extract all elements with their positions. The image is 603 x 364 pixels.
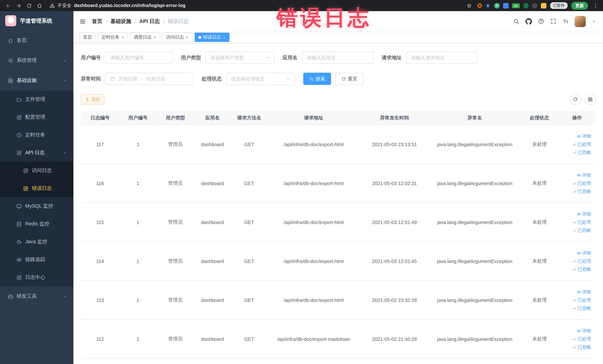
ignored-link[interactable]: 已忽略 — [572, 227, 591, 234]
detail-link[interactable]: 详细 — [577, 133, 591, 139]
table-row: 1121管理员dashboardGET/api/infra/db-doc/exp… — [81, 320, 595, 359]
processed-link[interactable]: 已处理 — [572, 258, 591, 264]
ignored-link[interactable]: 已忽略 — [572, 305, 591, 311]
forward-icon[interactable] — [14, 1, 23, 10]
cell-user_type: 管理员 — [156, 258, 194, 264]
sidebar-item-config[interactable]: 配置管理 — [0, 108, 73, 126]
cell-user_id: 1 — [119, 258, 156, 264]
tab-home[interactable]: 首页 — [79, 33, 96, 42]
ignored-link[interactable]: 已忽略 — [572, 344, 591, 350]
export-button[interactable]: 导出 — [81, 94, 104, 105]
user-avatar[interactable] — [575, 16, 586, 27]
on-switch-extension-icon[interactable]: on — [512, 3, 520, 8]
cell-method: GET — [231, 219, 268, 225]
detail-link[interactable]: 详细 — [577, 250, 591, 256]
processed-link[interactable]: 已处理 — [572, 336, 591, 342]
tab-error-log[interactable]: 错误日志 — [195, 33, 230, 42]
cell-actions: 详细已处理已忽略 — [559, 242, 595, 280]
breadcrumb-item[interactable]: 基础设施 — [110, 18, 131, 25]
user-id-input[interactable] — [105, 52, 173, 64]
request-url-input[interactable] — [406, 52, 477, 64]
sidebar-item-system[interactable]: 系统管理 — [0, 50, 73, 70]
tab-job-log[interactable]: 调度日志 — [130, 33, 160, 42]
column-settings-icon[interactable] — [585, 94, 596, 105]
process-status-select[interactable]: 请选择处理状态 — [226, 73, 295, 85]
help-icon[interactable] — [538, 18, 544, 24]
table-row: 1151管理员dashboardGET/api/infra/db-doc/exp… — [81, 203, 595, 242]
ignored-link[interactable]: 已忽略 — [572, 149, 591, 156]
action-label: 详细 — [582, 133, 591, 139]
close-icon[interactable] — [186, 36, 189, 39]
date-range-picker[interactable]: 开始日期 - 结束日期 — [105, 73, 194, 85]
detail-link[interactable]: 详细 — [577, 172, 591, 178]
breadcrumb-item[interactable]: API 日志 — [139, 18, 160, 25]
processed-link[interactable]: 已处理 — [572, 180, 591, 186]
cell-url: /api/infra/db-doc/export-html — [268, 297, 359, 303]
back-icon[interactable] — [4, 1, 13, 10]
vue-devtools-extension-icon[interactable]: V — [494, 3, 499, 8]
close-icon[interactable] — [223, 36, 226, 39]
processed-link[interactable]: 已处理 — [572, 141, 591, 147]
sidebar-item-log-center[interactable]: 日志中心 — [0, 269, 73, 286]
sidebar-item-label: 链路追踪 — [25, 256, 67, 263]
blue-grid-extension-icon[interactable] — [503, 3, 509, 8]
sidebar-menu: 首页系统管理基础设施文件管理配置管理定时任务API 日志访问日志错误日志MySQ… — [0, 30, 73, 306]
dark-paw-extension-icon[interactable] — [532, 3, 537, 8]
sidebar-item-job[interactable]: 定时任务 — [0, 126, 73, 144]
logo[interactable]: 芋道管理系统 — [0, 11, 73, 30]
cell-time: 2021-05-03 12:02:31 — [359, 180, 429, 186]
close-icon[interactable] — [121, 36, 124, 39]
github-icon[interactable] — [525, 18, 532, 25]
grid-icon — [8, 78, 13, 83]
sidebar-item-mysql[interactable]: MySQL 监控 — [0, 197, 73, 215]
sidebar-item-dev-tools[interactable]: 研发工具 — [0, 286, 73, 306]
sidebar-item-trace[interactable]: 链路追踪 — [0, 251, 73, 269]
chevron-down-icon[interactable] — [592, 19, 596, 23]
hamburger-icon[interactable] — [79, 18, 86, 25]
cell-app: dashboard — [194, 180, 231, 186]
refresh-icon — [341, 77, 346, 81]
detail-link[interactable]: 详细 — [577, 211, 591, 217]
user-type-label: 用户类型 — [181, 54, 201, 61]
reload-icon[interactable] — [24, 1, 33, 10]
detail-link[interactable]: 详细 — [577, 328, 591, 334]
update-button[interactable]: 更新 — [571, 2, 588, 10]
sidebar-item-access-log[interactable]: 访问日志 — [0, 162, 73, 179]
bookmark-star-icon[interactable] — [465, 1, 474, 10]
app-name-input[interactable] — [302, 52, 373, 64]
sidebar-item-infra[interactable]: 基础设施 — [0, 70, 73, 91]
tab-access-log[interactable]: 访问日志 — [162, 33, 192, 42]
detail-link[interactable]: 详细 — [577, 289, 591, 295]
search-icon[interactable] — [513, 18, 519, 24]
fullscreen-icon[interactable] — [550, 18, 557, 24]
sidebar-item-error-log[interactable]: 错误日志 — [0, 179, 73, 197]
sidebar-item-redis[interactable]: Redis 监控 — [0, 215, 73, 233]
font-size-icon[interactable] — [562, 18, 569, 24]
tampermonkey-extension-icon[interactable] — [541, 3, 546, 8]
water-drop-extension-icon[interactable] — [485, 3, 491, 8]
sidebar-item-home[interactable]: 首页 — [0, 30, 73, 50]
close-icon[interactable] — [153, 36, 156, 39]
sidebar-item-java[interactable]: Java 监控 — [0, 233, 73, 251]
tab-job[interactable]: 定时任务 — [98, 33, 128, 42]
orange-ring-extension-icon[interactable] — [477, 3, 482, 8]
breadcrumb-item[interactable]: 首页 — [92, 18, 102, 25]
ignored-link[interactable]: 已忽略 — [572, 266, 591, 272]
home-icon[interactable] — [35, 1, 44, 10]
processed-link[interactable]: 已处理 — [572, 297, 591, 303]
refresh-icon[interactable] — [570, 94, 581, 105]
sidebar-item-file[interactable]: 文件管理 — [0, 91, 73, 108]
processed-link[interactable]: 已处理 — [572, 219, 591, 225]
sidebar-item-api-log[interactable]: API 日志 — [0, 144, 73, 162]
eye-icon — [16, 257, 22, 262]
green-leaf-extension-icon[interactable] — [523, 3, 529, 8]
ignored-link[interactable]: 已忽略 — [572, 188, 591, 195]
user-type-select[interactable]: 请选择用户类型 — [205, 52, 274, 64]
warning-icon — [50, 3, 55, 8]
browser-menu-icon[interactable]: ⋮ — [592, 2, 600, 9]
column-header: 异常名 — [429, 114, 520, 121]
address-bar[interactable]: 不安全 dashboard.yudao.iocoder.cn/infra/log… — [50, 2, 185, 9]
search-button[interactable]: 搜索 — [303, 73, 331, 85]
action-label: 已处理 — [578, 141, 591, 147]
reset-button[interactable]: 重置 — [336, 73, 363, 85]
